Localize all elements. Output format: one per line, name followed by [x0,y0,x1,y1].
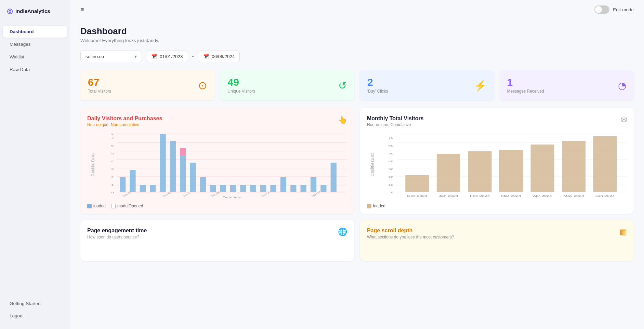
stat-value-messages-received: 1 [507,77,544,87]
charts-row: Daily Visitors and Purchases Non-unique,… [80,108,634,214]
svg-text:1: 1 [111,183,114,187]
svg-text:3: 3 [111,168,114,171]
stat-label-messages-received: Messages Received [507,89,544,94]
svg-text:Jan 2024: Jan 2024 [439,194,458,197]
logo-icon: ◎ [7,7,13,15]
svg-rect-35 [280,177,286,192]
stat-info-total-visitors: 67 Total Visitors [88,77,111,94]
svg-rect-69 [499,150,523,192]
monthly-chart-icon: ✉ [621,115,627,124]
svg-text:5: 5 [111,152,114,155]
svg-text:20: 20 [388,176,393,179]
stat-info-buy-clicks: 2 'Buy' Clicks [367,77,388,94]
sidebar-item-waitlist[interactable]: Waitlist [3,51,67,63]
sidebar-nav: Dashboard Messages Waitlist Raw Data Get… [0,25,70,322]
svg-rect-33 [260,185,266,192]
sidebar-item-logout[interactable]: Logout [3,310,67,322]
svg-text:0: 0 [111,191,114,194]
date-separator: - [192,53,194,59]
svg-rect-20 [140,185,146,192]
edit-mode-label: Edit mode [613,7,634,12]
main-content: ≡ Edit mode Dashboard Welcome! Everythin… [70,0,644,329]
date-from-input[interactable]: 📅 01/01/2023 [146,51,188,62]
svg-text:Jun 2024: Jun 2024 [595,194,615,197]
svg-text:60: 60 [388,144,393,147]
svg-text:7: 7 [111,136,114,139]
page-content: Dashboard Welcome! Everything looks just… [70,19,644,275]
svg-rect-39 [320,185,326,192]
stat-label-total-visitors: Total Visitors [88,89,111,94]
legend-monthly-loaded: loaded [367,204,385,208]
svg-rect-34 [270,185,276,192]
topbar: ≡ Edit mode [70,0,644,19]
daily-visitors-chart-card: Daily Visitors and Purchases Non-unique,… [80,108,354,214]
daily-chart-icon: 👆 [338,115,347,124]
logo-text: IndieAnalytics [15,8,50,14]
stat-card-messages-received: 1 Messages Received ◔ [500,70,634,100]
svg-rect-36 [290,185,296,192]
svg-rect-21 [150,185,156,192]
monthly-chart-subtitle: Non-unique, Cumulative [367,122,424,127]
app-logo: ◎ IndieAnalytics [0,7,70,25]
svg-rect-19 [130,170,135,192]
stat-card-unique-visitors: 49 Unique Visitors ↺ [220,70,355,100]
sidebar-item-dashboard[interactable]: Dashboard [3,26,67,38]
monthly-visitors-chart-card: Monthly Total Visitors Non-unique, Cumul… [360,108,634,214]
svg-text:Feb 2024: Feb 2024 [470,194,490,197]
svg-text:Dec 2023: Dec 2023 [407,194,427,197]
svg-rect-66 [405,175,429,192]
svg-rect-40 [331,163,337,192]
svg-rect-68 [468,151,491,192]
scroll-card-subtitle: What sections do you lose the most custo… [367,235,454,239]
svg-text:8: 8 [111,133,114,136]
svg-rect-38 [311,177,316,192]
sidebar-item-getting-started[interactable]: Getting Started [3,298,67,310]
scroll-card-icon: ▦ [620,228,627,236]
scroll-card-title-area: Page scroll depth What sections do you l… [367,228,454,239]
chevron-down-icon: ▾ [134,54,137,59]
edit-mode-toggle[interactable] [594,5,609,14]
stat-value-buy-clicks: 2 [367,77,388,87]
svg-text:50: 50 [388,152,393,155]
svg-rect-24 [180,155,186,192]
svg-text:Datetime: Datetime [502,198,521,199]
engagement-card-header: Page engagement time How soon do users b… [87,228,347,239]
svg-text:Datetime: Datetime [223,196,241,199]
svg-rect-29 [220,185,226,192]
monthly-chart-title-area: Monthly Total Visitors Non-unique, Cumul… [367,115,424,127]
svg-text:70: 70 [388,136,393,139]
svg-text:0: 0 [391,191,394,194]
scroll-card-title: Page scroll depth [367,228,454,234]
svg-rect-70 [530,145,554,192]
buy-clicks-icon: ⚡ [474,80,487,92]
daily-chart-title-area: Daily Visitors and Purchases Non-unique,… [87,115,162,127]
total-visitors-icon: ⊙ [198,79,207,92]
edit-mode-area: Edit mode [594,5,634,14]
legend-label-modal: modalOpened [117,204,143,208]
date-to-input[interactable]: 📅 06/06/2024 [198,51,240,62]
legend-label-loaded: loaded [93,204,106,208]
svg-rect-32 [250,185,256,192]
svg-text:4: 4 [111,160,114,163]
page-scroll-card: Page scroll depth What sections do you l… [360,220,634,261]
page-engagement-card: Page engagement time How soon do users b… [80,220,354,261]
svg-rect-18 [120,177,126,192]
sidebar-item-messages[interactable]: Messages [3,38,67,50]
calendar-from-icon: 📅 [151,54,157,59]
daily-chart-title: Daily Visitors and Purchases [87,115,162,122]
engagement-card-title: Page engagement time [87,228,147,234]
engagement-card-subtitle: How soon do users bounce? [87,235,147,239]
daily-visitors-chart: 0 1 2 3 4 5 6 7 8 Cumulative Counts [87,131,347,199]
monthly-chart-header: Monthly Total Visitors Non-unique, Cumul… [367,115,627,127]
engagement-card-title-area: Page engagement time How soon do users b… [87,228,147,239]
svg-rect-27 [200,177,206,192]
page-subtitle: Welcome! Everything looks just dandy. [80,38,634,43]
legend-box-loaded [87,204,92,208]
stat-info-unique-visitors: 49 Unique Visitors [228,77,255,94]
svg-rect-26 [190,163,196,192]
hamburger-icon[interactable]: ≡ [80,6,84,13]
svg-text:40: 40 [388,160,393,163]
site-select[interactable]: sefino.co ▾ [80,51,142,62]
sidebar-item-raw-data[interactable]: Raw Data [3,64,67,76]
stat-info-messages-received: 1 Messages Received [507,77,544,94]
